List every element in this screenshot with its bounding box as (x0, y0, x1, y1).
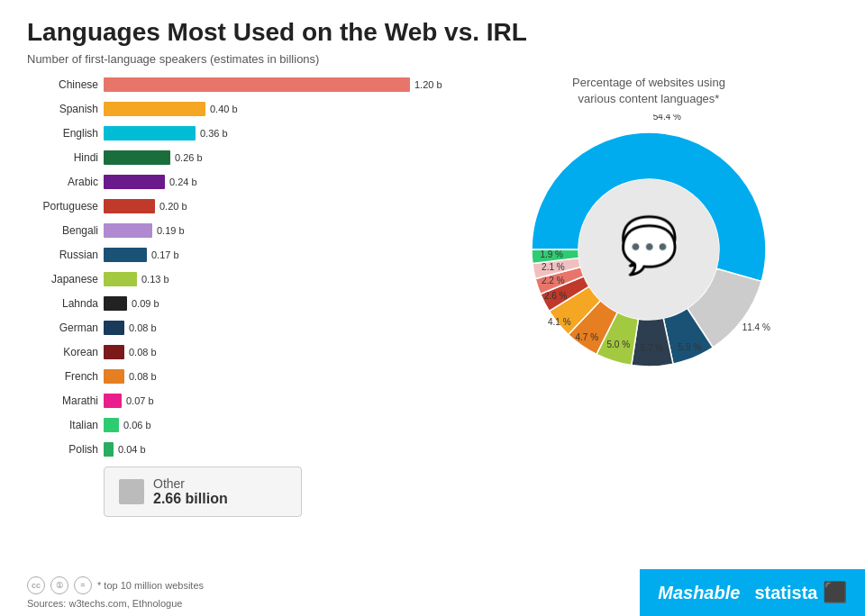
bar-fill (104, 102, 205, 116)
bar-track: 0.36 b (104, 126, 460, 140)
bar-row: Spanish0.40 b (27, 99, 460, 119)
bar-value: 0.17 b (151, 249, 179, 260)
bar-fill (104, 248, 147, 262)
donut-label: 5.9 % (678, 342, 702, 352)
by-icon: ① (50, 576, 68, 594)
chart-subtitle: Number of first-language speakers (estim… (27, 52, 838, 66)
bar-value: 0.07 b (126, 395, 154, 406)
donut-section: Percentage of websites usingvarious cont… (460, 75, 838, 385)
donut-label: 2.1 % (542, 262, 565, 272)
bar-value: 0.19 b (157, 225, 185, 236)
bar-label: German (27, 322, 104, 334)
donut-chart: 54.4 %11.4 %5.9 %5.7 %5.0 %4.7 %4.1 %2.6… (514, 114, 784, 385)
donut-title: Percentage of websites usingvarious cont… (572, 75, 725, 107)
bar-fill (104, 321, 124, 335)
bar-track: 0.13 b (104, 272, 460, 286)
bar-value: 0.08 b (129, 322, 157, 333)
donut-label: 5.0 % (607, 340, 631, 350)
bar-fill (104, 150, 170, 165)
bar-label: Marathi (27, 394, 104, 407)
bar-value: 0.08 b (129, 347, 157, 358)
content-area: Chinese1.20 bSpanish0.40 bEnglish0.36 bH… (27, 75, 838, 517)
bar-row: Hindi0.26 b (27, 148, 460, 168)
footer-note1: * top 10 million websites (97, 580, 204, 591)
bar-row: English0.36 b (27, 123, 460, 143)
bar-value: 0.40 b (210, 104, 238, 114)
bar-label: Arabic (27, 176, 104, 188)
bar-label: Russian (27, 249, 104, 261)
bar-track: 0.20 b (104, 199, 460, 213)
other-value: 2.66 billion (153, 491, 228, 507)
bar-track: 0.40 b (104, 102, 460, 116)
page-title: Languages Most Used on the Web vs. IRL (27, 18, 838, 47)
bar-value: 0.13 b (141, 274, 169, 285)
bar-label: Chinese (27, 78, 104, 91)
bar-label: Portuguese (27, 200, 104, 213)
bar-row: Arabic0.24 b (27, 172, 460, 192)
other-swatch (119, 479, 144, 504)
bar-row: Lahnda0.09 b (27, 294, 460, 313)
bar-label: Bengali (27, 224, 104, 237)
bar-track: 0.24 b (104, 175, 460, 189)
bar-value: 0.24 b (169, 177, 197, 187)
bar-row: Chinese1.20 b (27, 75, 460, 95)
donut-label: 54.4 % (653, 114, 681, 122)
bar-label: Spanish (27, 103, 104, 115)
footer-brand: Mashable statista ⬛ (640, 569, 865, 616)
bar-label: Japanese (27, 273, 104, 285)
bar-track: 1.20 b (104, 77, 460, 92)
bar-row: Italian0.06 b (27, 415, 460, 435)
bar-track: 0.09 b (104, 296, 460, 311)
donut-label: 2.6 % (544, 292, 568, 302)
license-icons: cc ① = (27, 576, 92, 594)
bar-value: 1.20 b (414, 79, 442, 90)
bar-label: Hindi (27, 151, 104, 164)
donut-label: 2.2 % (542, 276, 565, 285)
bar-fill (104, 345, 124, 359)
bar-value: 0.06 b (123, 420, 151, 430)
bar-fill (104, 77, 410, 92)
bar-row: Korean0.08 b (27, 342, 460, 362)
bar-fill (104, 199, 155, 213)
footer-note2: Sources: w3techs.com, Ethnologue (27, 598, 622, 609)
bar-fill (104, 272, 137, 286)
bar-label: Lahnda (27, 297, 104, 310)
donut-label: 11.4 % (742, 323, 770, 333)
other-label: Other (153, 476, 228, 491)
donut-label: 4.1 % (548, 317, 571, 327)
bar-track: 0.04 b (104, 442, 460, 457)
bar-track: 0.08 b (104, 321, 460, 335)
bar-fill (104, 394, 122, 408)
bar-value: 0.26 b (175, 152, 203, 163)
main-container: Languages Most Used on the Web vs. IRL N… (0, 0, 865, 616)
bar-value: 0.04 b (118, 444, 146, 455)
donut-label: 4.7 % (575, 332, 598, 342)
bar-track: 0.17 b (104, 248, 460, 262)
bar-track: 0.19 b (104, 223, 460, 238)
bar-fill (104, 126, 196, 140)
mashable-logo: Mashable (658, 583, 740, 603)
sa-icon: = (74, 576, 92, 594)
bar-track: 0.06 b (104, 418, 460, 432)
bar-row: Japanese0.13 b (27, 269, 460, 289)
bar-track: 0.26 b (104, 150, 460, 165)
bar-fill (104, 223, 152, 238)
bar-row: Russian0.17 b (27, 245, 460, 265)
chat-icon: 💬 (620, 222, 678, 277)
bar-fill (104, 369, 124, 384)
bar-track: 0.07 b (104, 394, 460, 408)
bar-fill (104, 418, 119, 432)
donut-label: 5.7 % (641, 343, 664, 353)
bar-label: Polish (27, 443, 104, 456)
bar-fill (104, 296, 127, 311)
footer: cc ① = * top 10 million websites Sources… (0, 569, 865, 616)
cc-icon: cc (27, 576, 45, 594)
bar-label: English (27, 127, 104, 140)
bar-row: German0.08 b (27, 318, 460, 338)
other-box: Other 2.66 billion (104, 467, 302, 517)
bar-row: Portuguese0.20 b (27, 196, 460, 216)
bar-row: Bengali0.19 b (27, 221, 460, 240)
bar-track: 0.08 b (104, 369, 460, 384)
bar-label: French (27, 370, 104, 383)
bar-value: 0.20 b (159, 201, 187, 212)
